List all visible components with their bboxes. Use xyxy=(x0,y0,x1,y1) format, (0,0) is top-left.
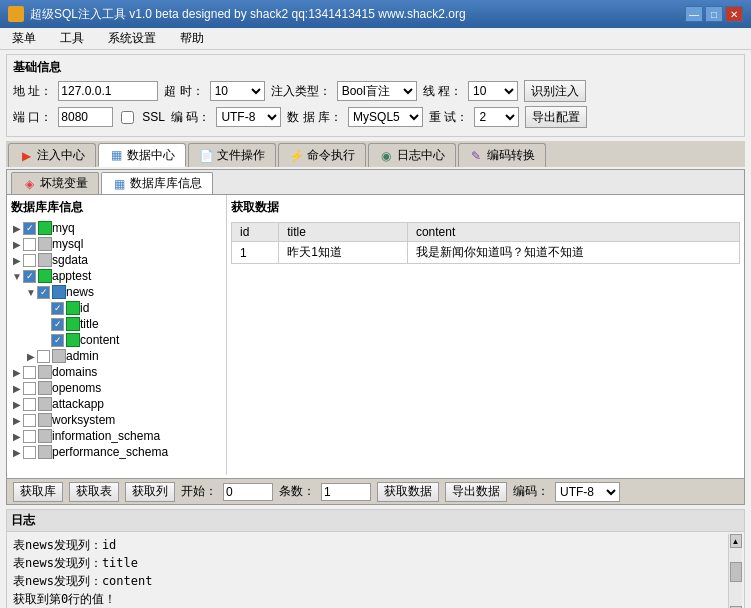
tab-command[interactable]: ⚡ 命令执行 xyxy=(278,143,366,167)
checkbox-domains[interactable] xyxy=(23,366,36,379)
tree-node-attackapp[interactable]: ▶ attackapp xyxy=(11,396,222,412)
col-icon-content xyxy=(66,333,80,347)
checkbox-attackapp[interactable] xyxy=(23,398,36,411)
timeout-select[interactable]: 10 xyxy=(210,81,265,101)
menu-item-settings[interactable]: 系统设置 xyxy=(100,28,164,49)
tree-node-information-schema[interactable]: ▶ information_schema xyxy=(11,428,222,444)
expand-news[interactable]: ▼ xyxy=(25,286,37,298)
checkbox-mysql[interactable] xyxy=(23,238,36,251)
tree-node-sgdata[interactable]: ▶ sgdata xyxy=(11,252,222,268)
inject-type-label: 注入类型： xyxy=(271,83,331,100)
checkbox-myq[interactable]: ✓ xyxy=(23,222,36,235)
tree-node-openoms[interactable]: ▶ openoms xyxy=(11,380,222,396)
export-data-button[interactable]: 导出数据 xyxy=(445,482,507,502)
checkbox-admin[interactable] xyxy=(37,350,50,363)
expand-information-schema[interactable]: ▶ xyxy=(11,430,23,442)
tree-node-content[interactable]: ✓ content xyxy=(11,332,222,348)
tree-node-performance-schema[interactable]: ▶ performance_schema xyxy=(11,444,222,460)
maximize-button[interactable]: □ xyxy=(705,6,723,22)
scroll-up[interactable]: ▲ xyxy=(730,534,742,548)
menu-item-menu[interactable]: 菜单 xyxy=(4,28,44,49)
checkbox-sgdata[interactable] xyxy=(23,254,36,267)
expand-domains[interactable]: ▶ xyxy=(11,366,23,378)
col-header-id: id xyxy=(232,223,279,242)
expand-mysql[interactable]: ▶ xyxy=(11,238,23,250)
expand-openoms[interactable]: ▶ xyxy=(11,382,23,394)
tree-node-myq[interactable]: ▶ ✓ myq xyxy=(11,220,222,236)
encode-icon: ✎ xyxy=(469,149,483,163)
ssl-label: SSL xyxy=(142,110,165,124)
checkbox-content[interactable]: ✓ xyxy=(51,334,64,347)
tree-node-domains[interactable]: ▶ domains xyxy=(11,364,222,380)
fetch-db-button[interactable]: 获取库 xyxy=(13,482,63,502)
checkbox-performance-schema[interactable] xyxy=(23,446,36,459)
retry-select[interactable]: 2 xyxy=(474,107,519,127)
tab-log[interactable]: ◉ 日志中心 xyxy=(368,143,456,167)
tab-encode-label: 编码转换 xyxy=(487,147,535,164)
address-input[interactable] xyxy=(58,81,158,101)
checkbox-title[interactable]: ✓ xyxy=(51,318,64,331)
inner-tab-dbinfo[interactable]: ▦ 数据库库信息 xyxy=(101,172,213,194)
tree-node-worksystem[interactable]: ▶ worksystem xyxy=(11,412,222,428)
bottom-encoding-select[interactable]: UTF-8 xyxy=(555,482,620,502)
fetch-col-button[interactable]: 获取列 xyxy=(125,482,175,502)
checkbox-worksystem[interactable] xyxy=(23,414,36,427)
tab-inject[interactable]: ▶ 注入中心 xyxy=(8,143,96,167)
window-title: 超级SQL注入工具 v1.0 beta designed by shack2 q… xyxy=(30,6,685,23)
tree-node-admin[interactable]: ▶ admin xyxy=(11,348,222,364)
tree-node-mysql[interactable]: ▶ mysql xyxy=(11,236,222,252)
data-table: id title content 1 昨天1知道 我是新闻你知道吗？知道不知道 xyxy=(231,222,740,264)
minimize-button[interactable]: — xyxy=(685,6,703,22)
threads-select[interactable]: 10 xyxy=(468,81,518,101)
expand-title xyxy=(39,318,51,330)
threads-label: 线 程： xyxy=(423,83,462,100)
expand-performance-schema[interactable]: ▶ xyxy=(11,446,23,458)
db-select[interactable]: MySQL5 xyxy=(348,107,423,127)
expand-apptest[interactable]: ▼ xyxy=(11,270,23,282)
checkbox-id[interactable]: ✓ xyxy=(51,302,64,315)
menu-item-tools[interactable]: 工具 xyxy=(52,28,92,49)
checkbox-news[interactable]: ✓ xyxy=(37,286,50,299)
scroll-thumb[interactable] xyxy=(730,562,742,582)
checkbox-apptest[interactable]: ✓ xyxy=(23,270,36,283)
encoding-select[interactable]: UTF-8 xyxy=(216,107,281,127)
fetch-data-button[interactable]: 获取数据 xyxy=(377,482,439,502)
inner-tab-dbinfo-label: 数据库库信息 xyxy=(130,175,202,192)
env-icon: ◈ xyxy=(22,177,36,191)
expand-worksystem[interactable]: ▶ xyxy=(11,414,23,426)
expand-sgdata[interactable]: ▶ xyxy=(11,254,23,266)
menu-item-help[interactable]: 帮助 xyxy=(172,28,212,49)
tree-node-id[interactable]: ✓ id xyxy=(11,300,222,316)
tree-node-title[interactable]: ✓ title xyxy=(11,316,222,332)
start-input[interactable] xyxy=(223,483,273,501)
tree-node-news[interactable]: ▼ ✓ news xyxy=(11,284,222,300)
tab-file-label: 文件操作 xyxy=(217,147,265,164)
ssl-checkbox[interactable] xyxy=(121,111,134,124)
identify-button[interactable]: 识别注入 xyxy=(524,80,586,102)
table-row: 1 昨天1知道 我是新闻你知道吗？知道不知道 xyxy=(232,242,740,264)
main-panel: ◈ 坏境变量 ▦ 数据库库信息 数据库库信息 ▶ ✓ myq ▶ xyxy=(6,169,745,479)
log-scrollbar: ▲ ▼ xyxy=(728,534,742,608)
inject-type-select[interactable]: Bool盲注 xyxy=(337,81,417,101)
port-input[interactable] xyxy=(58,107,113,127)
outer-tabs-bar: ▶ 注入中心 ▦ 数据中心 📄 文件操作 ⚡ 命令执行 ◉ 日志中心 ✎ 编码转… xyxy=(6,141,745,167)
port-label: 端 口： xyxy=(13,109,52,126)
export-config-button[interactable]: 导出配置 xyxy=(525,106,587,128)
expand-myq[interactable]: ▶ xyxy=(11,222,23,234)
address-label: 地 址： xyxy=(13,83,52,100)
tree-node-apptest[interactable]: ▼ ✓ apptest xyxy=(11,268,222,284)
tab-database[interactable]: ▦ 数据中心 xyxy=(98,143,186,167)
checkbox-openoms[interactable] xyxy=(23,382,36,395)
count-input[interactable] xyxy=(321,483,371,501)
tab-encode[interactable]: ✎ 编码转换 xyxy=(458,143,546,167)
inner-tab-env[interactable]: ◈ 坏境变量 xyxy=(11,172,99,194)
close-button[interactable]: ✕ xyxy=(725,6,743,22)
label-attackapp: attackapp xyxy=(52,397,104,411)
expand-admin[interactable]: ▶ xyxy=(25,350,37,362)
label-information-schema: information_schema xyxy=(52,429,160,443)
checkbox-information-schema[interactable] xyxy=(23,430,36,443)
expand-attackapp[interactable]: ▶ xyxy=(11,398,23,410)
tab-file[interactable]: 📄 文件操作 xyxy=(188,143,276,167)
expand-id xyxy=(39,302,51,314)
fetch-table-button[interactable]: 获取表 xyxy=(69,482,119,502)
